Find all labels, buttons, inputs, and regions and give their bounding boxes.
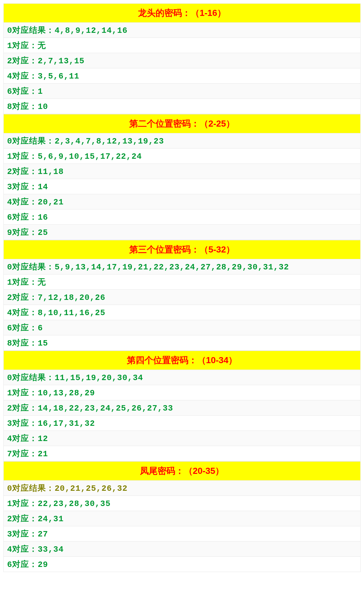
data-row: 1对应：5,6,9,10,15,17,22,24 bbox=[3, 149, 361, 164]
data-row: 6对应：16 bbox=[3, 210, 361, 225]
data-row: 4对应：20,21 bbox=[3, 194, 361, 210]
data-row: 3对应：14 bbox=[3, 179, 361, 194]
data-row: 4对应：33,34 bbox=[3, 542, 361, 557]
data-row: 8对应：15 bbox=[3, 335, 361, 351]
data-row: 4对应：8,10,11,16,25 bbox=[3, 305, 361, 320]
data-row: 0对应结果：4,8,9,12,14,16 bbox=[3, 23, 361, 38]
data-row: 7对应：21 bbox=[3, 446, 361, 461]
data-row: 2对应：11,18 bbox=[3, 164, 361, 179]
section-2: 第三个位置密码：（5-32）0对应结果：5,9,13,14,17,19,21,2… bbox=[3, 240, 361, 351]
data-row: 2对应：24,31 bbox=[3, 511, 361, 526]
section-header: 龙头的密码：（1-16） bbox=[3, 3, 361, 23]
section-header: 第四个位置密码：（10-34） bbox=[3, 351, 361, 370]
data-row: 4对应：3,5,6,11 bbox=[3, 68, 361, 84]
section-header: 第三个位置密码：（5-32） bbox=[3, 240, 361, 259]
data-row: 9对应：25 bbox=[3, 225, 361, 240]
section-header: 凤尾密码：（20-35） bbox=[3, 461, 361, 481]
data-row: 1对应：22,23,28,30,35 bbox=[3, 496, 361, 511]
data-row: 2对应：7,12,18,20,26 bbox=[3, 290, 361, 305]
data-row: 1对应：无 bbox=[3, 274, 361, 290]
data-row: 0对应结果：2,3,4,7,8,12,13,19,23 bbox=[3, 133, 361, 149]
section-0: 龙头的密码：（1-16）0对应结果：4,8,9,12,14,161对应：无2对应… bbox=[3, 3, 361, 114]
data-row: 3对应：27 bbox=[3, 526, 361, 542]
data-row: 8对应：10 bbox=[3, 99, 361, 114]
data-row: 6对应：6 bbox=[3, 320, 361, 335]
data-row: 3对应：16,17,31,32 bbox=[3, 416, 361, 431]
data-row: 1对应：无 bbox=[3, 38, 361, 53]
section-3: 第四个位置密码：（10-34）0对应结果：11,15,19,20,30,341对… bbox=[3, 351, 361, 461]
data-row: 0对应结果：5,9,13,14,17,19,21,22,23,24,27,28,… bbox=[3, 259, 361, 274]
data-row: 6对应：29 bbox=[3, 557, 361, 572]
data-row: 2对应：14,18,22,23,24,25,26,27,33 bbox=[3, 400, 361, 416]
data-row: 0对应结果：11,15,19,20,30,34 bbox=[3, 370, 361, 385]
data-row: 6对应：1 bbox=[3, 84, 361, 99]
code-table-container: 龙头的密码：（1-16）0对应结果：4,8,9,12,14,161对应：无2对应… bbox=[3, 3, 361, 572]
section-1: 第二个位置密码：（2-25）0对应结果：2,3,4,7,8,12,13,19,2… bbox=[3, 114, 361, 240]
data-row: 4对应：12 bbox=[3, 431, 361, 446]
section-header: 第二个位置密码：（2-25） bbox=[3, 114, 361, 133]
section-4: 凤尾密码：（20-35）0对应结果：20,21,25,26,321对应：22,2… bbox=[3, 461, 361, 572]
data-row: 2对应：2,7,13,15 bbox=[3, 53, 361, 68]
data-row: 1对应：10,13,28,29 bbox=[3, 385, 361, 400]
data-row: 0对应结果：20,21,25,26,32 bbox=[3, 481, 361, 496]
